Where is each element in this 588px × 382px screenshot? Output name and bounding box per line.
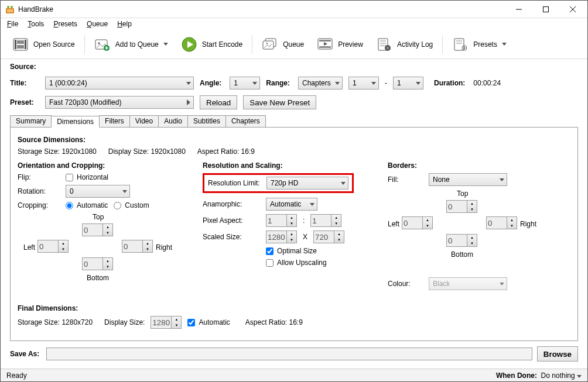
start-encode-label: Start Encode [202, 40, 242, 49]
range-type-dropdown[interactable]: Chapters [298, 77, 343, 90]
tab-dimensions[interactable]: Dimensions [51, 116, 100, 128]
menu-file[interactable]: File [3, 19, 22, 29]
crop-custom-radio[interactable]: Custom [114, 201, 149, 209]
anamorphic-dropdown[interactable]: Automatic [266, 198, 317, 211]
queue-button[interactable]: Queue [256, 33, 310, 56]
crop-left-input[interactable] [38, 240, 58, 252]
svg-point-2 [7, 6, 9, 8]
optimal-size-input[interactable] [266, 247, 274, 255]
crop-right-spinner[interactable]: ▲▼ [122, 240, 153, 253]
anamorphic-label: Anamorphic: [203, 200, 260, 208]
chevron-down-icon [577, 375, 582, 378]
scaled-x: X [303, 233, 307, 241]
final-display-input[interactable] [151, 316, 171, 328]
add-to-queue-label: Add to Queue [115, 40, 159, 49]
allow-upscaling-input[interactable] [266, 259, 274, 267]
menu-help[interactable]: Help [113, 19, 136, 29]
crop-right-input[interactable] [122, 240, 142, 252]
border-right-spinner[interactable]: ▲▼ [486, 216, 517, 229]
scaled-height-spinner[interactable]: ▲▼ [313, 230, 344, 243]
menu-queue[interactable]: Queue [83, 19, 112, 29]
border-top-spinner[interactable]: ▲▼ [446, 200, 477, 213]
menu-presets[interactable]: Presets [49, 19, 81, 29]
crop-bottom-spinner[interactable]: ▲▼ [82, 257, 113, 270]
tab-audio[interactable]: Audio [158, 115, 188, 127]
border-left-spinner[interactable]: ▲▼ [402, 216, 433, 229]
start-encode-button[interactable]: Start Encode [175, 33, 248, 56]
maximize-button[interactable] [532, 1, 559, 18]
chevron-down-icon [341, 182, 346, 185]
presets-label: Presets [473, 40, 497, 49]
reload-button[interactable]: Reload [200, 95, 237, 109]
crop-auto-input[interactable] [66, 202, 73, 209]
range-from-value: 1 [353, 79, 357, 87]
range-to-dropdown[interactable]: 1 [393, 77, 423, 90]
border-bottom-input[interactable] [447, 235, 467, 246]
tab-video[interactable]: Video [129, 115, 159, 127]
preset-dropdown[interactable]: Fast 720p30 (Modified) [45, 96, 194, 109]
allow-upscaling-checkbox[interactable]: Allow Upscaling [266, 259, 327, 267]
range-from-dropdown[interactable]: 1 [348, 77, 379, 90]
crop-left-spinner[interactable]: ▲▼ [37, 240, 69, 253]
cropping-label: Cropping: [18, 201, 60, 209]
rotation-dropdown[interactable]: 0 [66, 185, 130, 198]
flip-horizontal-checkbox[interactable]: Horizontal [66, 173, 108, 181]
presets-button[interactable]: Presets [446, 33, 512, 56]
tab-panel-dimensions: Source Dimensions: Storage Size: 1920x10… [10, 128, 578, 341]
angle-value: 1 [234, 79, 238, 87]
menu-tools[interactable]: Tools [23, 19, 48, 29]
border-top-label: Top [457, 190, 468, 198]
activity-log-button[interactable]: Activity Log [370, 33, 439, 56]
minimize-button[interactable] [505, 1, 532, 18]
when-done-label: When Done: [496, 371, 537, 380]
final-auto-checkbox[interactable]: Automatic [187, 318, 230, 326]
scaled-width-spinner[interactable]: ▲▼ [266, 230, 297, 243]
source-label: Source: [10, 63, 36, 71]
source-dimensions-heading: Source Dimensions: [18, 136, 570, 144]
optimal-size-label: Optimal Size [277, 247, 317, 255]
close-button[interactable] [559, 1, 586, 18]
optimal-size-checkbox[interactable]: Optimal Size [266, 247, 317, 255]
range-type-value: Chapters [302, 79, 331, 87]
crop-custom-input[interactable] [114, 202, 121, 209]
border-bottom-spinner[interactable]: ▲▼ [446, 234, 477, 247]
angle-dropdown[interactable]: 1 [230, 77, 260, 90]
pixel-aspect-a-spinner[interactable]: ▲▼ [266, 214, 297, 227]
border-left-input[interactable] [402, 217, 422, 229]
svg-rect-25 [319, 46, 331, 48]
browse-button[interactable]: Browse [537, 346, 578, 362]
crop-auto-radio[interactable]: Automatic [66, 201, 108, 209]
border-right-input[interactable] [487, 217, 507, 229]
save-new-preset-button[interactable]: Save New Preset [243, 95, 316, 109]
crop-right-label: Right [156, 243, 172, 252]
final-auto-input[interactable] [187, 319, 195, 326]
title-dropdown[interactable]: 1 (00:00:24) [45, 77, 194, 90]
preview-button[interactable]: Preview [311, 33, 369, 56]
border-top-input[interactable] [447, 201, 467, 212]
svg-rect-10 [25, 40, 26, 49]
flip-horizontal-input[interactable] [66, 174, 73, 181]
scaled-width-input[interactable] [266, 231, 286, 243]
open-source-button[interactable]: Open Source [6, 33, 81, 56]
tab-chapters[interactable]: Chapters [225, 115, 266, 127]
tab-filters[interactable]: Filters [99, 115, 130, 127]
resolution-limit-dropdown[interactable]: 720p HD [266, 177, 348, 190]
crop-top-input[interactable] [83, 224, 102, 236]
chevron-down-icon [500, 178, 504, 181]
save-as-input[interactable] [46, 347, 532, 360]
scaled-height-input[interactable] [314, 231, 334, 243]
pixel-aspect-b-spinner[interactable]: ▲▼ [310, 214, 341, 227]
crop-bottom-input[interactable] [83, 258, 102, 270]
add-to-queue-button[interactable]: Add to Queue [88, 33, 174, 56]
pixel-aspect-b-input[interactable] [311, 215, 331, 226]
crop-top-spinner[interactable]: ▲▼ [82, 223, 113, 236]
tab-subtitles[interactable]: Subtitles [187, 115, 226, 127]
title-label: Title: [10, 79, 37, 87]
pixel-aspect-a-input[interactable] [266, 215, 286, 226]
when-done-dropdown[interactable]: Do nothing [541, 371, 582, 380]
queue-icon [262, 37, 278, 52]
tab-summary[interactable]: Summary [10, 115, 52, 127]
final-display-spinner[interactable]: ▲▼ [151, 316, 182, 329]
chevron-down-icon [163, 43, 168, 46]
fill-dropdown[interactable]: None [429, 173, 507, 186]
